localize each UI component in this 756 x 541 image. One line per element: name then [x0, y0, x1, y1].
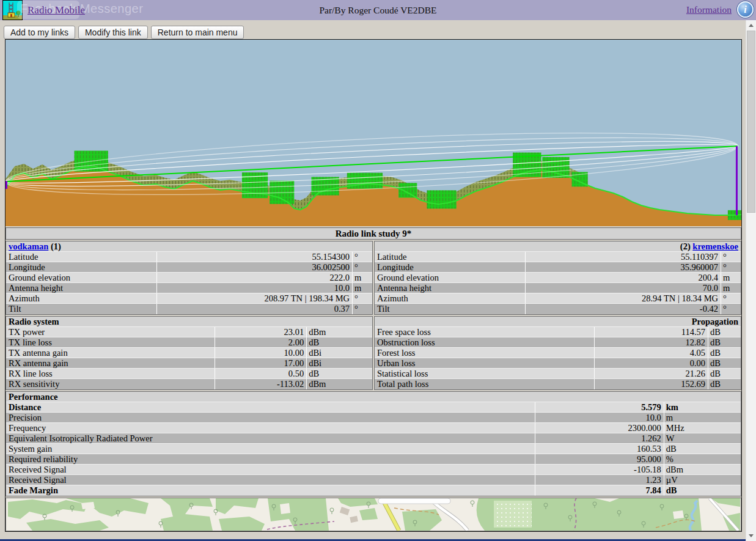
- row-unitu: dB: [306, 337, 372, 347]
- row-labell: Antenna height: [6, 283, 156, 293]
- row-labell: Longitude: [6, 262, 156, 272]
- row-unitu: dB: [708, 379, 741, 389]
- row-labell: Equivalent Isotropically Radiated Power: [6, 433, 535, 443]
- row-unitu: dB: [708, 348, 741, 358]
- site-index: (1): [51, 241, 61, 251]
- performance-header: Performance: [6, 392, 741, 402]
- row-labell: Forest loss: [375, 348, 594, 358]
- row-labell: Latitude: [375, 252, 525, 262]
- row-unitu: °: [721, 252, 741, 262]
- row-unitu: m: [721, 283, 741, 293]
- row-valuev: 95.000: [535, 454, 663, 464]
- row-labell: Distance: [6, 402, 535, 412]
- table-row: Free space loss114.57dB: [375, 327, 741, 337]
- table-row: Equivalent Isotropically Radiated Power1…: [6, 433, 741, 444]
- row-valuev: 152.69: [594, 379, 708, 389]
- row-labell: TX antenna gain: [6, 348, 215, 358]
- toolbar: Add to my linksModify this linkReturn to…: [4, 26, 247, 39]
- row-labell: Ground elevation: [375, 273, 525, 282]
- site-link-kremenskoe[interactable]: kremenskoe: [692, 241, 738, 251]
- row-valuev: 23.01: [215, 327, 306, 337]
- row-labell: Latitude: [6, 252, 156, 262]
- table-row: Azimuth28.94 TN | 18.34 MG°: [375, 293, 741, 304]
- row-unitu: dBi: [306, 358, 372, 368]
- toolbar-button-return-to-main-menu[interactable]: Return to main menu: [151, 26, 244, 39]
- toolbar-button-add-to-my-links[interactable]: Add to my links: [4, 26, 75, 39]
- row-labell: Precision: [6, 413, 535, 422]
- scroll-down-arrow-icon[interactable]: [746, 531, 756, 540]
- map-image: [6, 498, 741, 531]
- scroll-up-arrow-icon[interactable]: [746, 21, 756, 30]
- row-unitu: dB: [708, 327, 741, 337]
- information-icon[interactable]: i: [737, 1, 754, 18]
- table-row: Azimuth208.97 TN | 198.34 MG°: [6, 293, 372, 304]
- table-row: TX line loss2.00dB: [6, 337, 372, 348]
- row-unitu: dB: [708, 358, 741, 368]
- row-unitu: °: [352, 304, 372, 314]
- table-row: Ground elevation200.4m: [375, 273, 741, 283]
- table-row: Tilt0.37°: [6, 304, 372, 314]
- radio-system-table: Radio systemTX power23.01dBmTX line loss…: [6, 316, 373, 390]
- row-valuev: 2.00: [215, 337, 306, 347]
- table-row: Antenna height70.0m: [375, 283, 741, 293]
- row-unitu: dBm: [306, 379, 372, 389]
- row-unitu: m: [352, 273, 372, 282]
- row-unitu: %: [664, 454, 741, 464]
- row-unitu: dB: [664, 485, 741, 496]
- table-row: RX line loss0.50dB: [6, 369, 372, 379]
- toolbar-button-modify-this-link[interactable]: Modify this link: [78, 26, 148, 39]
- header-bar: Facebook Messenger Radio Mobile Par/By R…: [0, 0, 756, 20]
- row-valuev: 114.57: [594, 327, 708, 337]
- row-valuev: -0.42: [525, 304, 721, 314]
- row-unitu: °: [352, 252, 372, 262]
- row-valuev: 0.00: [594, 358, 708, 368]
- row-valuev: 17.00: [215, 358, 306, 368]
- table-row: Longitude36.002500°: [6, 262, 372, 273]
- row-valuev: 10.0: [535, 413, 663, 422]
- row-valuev: 70.0: [525, 283, 721, 293]
- site-header: (2) kremenskoe: [375, 241, 741, 252]
- row-valuev: 12.82: [594, 337, 708, 347]
- table-row: TX antenna gain10.00dBi: [6, 348, 372, 358]
- row-valuev: 1.262: [535, 433, 663, 443]
- row-valuev: 0.50: [215, 369, 306, 378]
- table-row: Antenna height10.0m: [6, 283, 372, 293]
- row-unitu: °: [721, 262, 741, 272]
- row-unitu: dB: [306, 369, 372, 378]
- row-valuev: 1.23: [535, 475, 663, 485]
- table-row: Latitude55.154300°: [6, 252, 372, 262]
- table-row: Precision10.0m: [6, 413, 741, 423]
- row-unitu: m: [664, 413, 741, 422]
- row-unitu: dBi: [306, 348, 372, 358]
- table-row: Statistical loss21.26dB: [375, 369, 741, 379]
- row-labell: Received Signal: [6, 475, 535, 485]
- row-labell: Frequency: [6, 423, 535, 433]
- table-row: Received Signal1.23µV: [6, 475, 741, 485]
- row-labell: TX power: [6, 327, 215, 337]
- site-table-right: (2) kremenskoeLatitude55.110397°Longitud…: [374, 241, 741, 315]
- row-labell: Azimuth: [6, 293, 156, 303]
- row-labell: TX line loss: [6, 337, 215, 347]
- information-link[interactable]: Information: [686, 4, 732, 15]
- row-unitu: °: [352, 262, 372, 272]
- row-unitu: dB: [708, 337, 741, 347]
- propagation-header: Propagation: [375, 317, 741, 327]
- table-row: Obstruction loss12.82dB: [375, 337, 741, 348]
- row-labell: Urban loss: [375, 358, 594, 368]
- performance-table: PerformanceDistance5.579kmPrecision10.0m…: [6, 391, 741, 496]
- row-unitu: dB: [708, 369, 741, 378]
- scrollbar-thumb[interactable]: [747, 31, 755, 213]
- study-title: Radio link study 9*: [6, 227, 741, 240]
- site-link-vodkaman[interactable]: vodkaman: [9, 241, 48, 251]
- table-row: Received Signal-105.18dBm: [6, 465, 741, 475]
- row-labell: Free space loss: [375, 327, 594, 337]
- row-labell: Fade Margin: [6, 485, 535, 496]
- row-labell: Tilt: [6, 304, 156, 314]
- row-valuev: 10.00: [215, 348, 306, 358]
- row-unitu: dB: [664, 444, 741, 454]
- row-valuev: 21.26: [594, 369, 708, 378]
- system-tables: Radio systemTX power23.01dBmTX line loss…: [6, 316, 741, 390]
- vertical-scrollbar[interactable]: [746, 20, 756, 541]
- row-labell: Tilt: [375, 304, 525, 314]
- table-row: Fade Margin7.84dB: [6, 485, 741, 496]
